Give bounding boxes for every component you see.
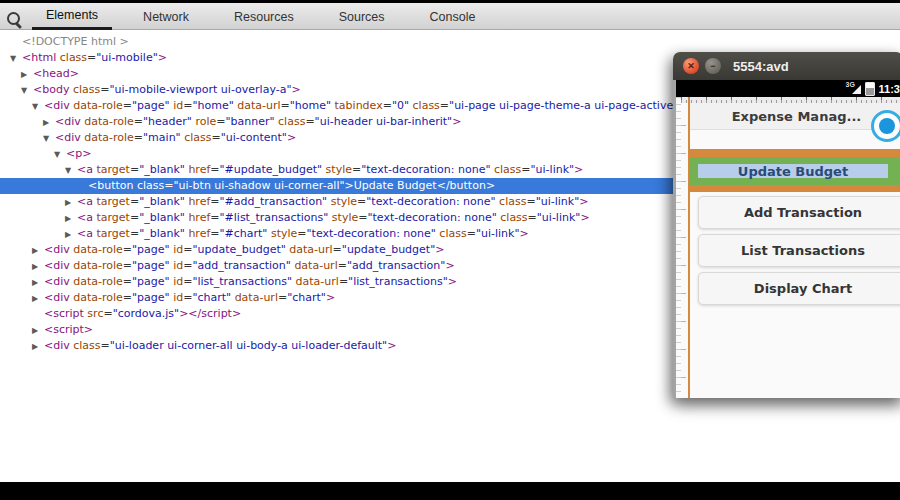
syntax-token: = (164, 179, 173, 192)
disclosure-arrow-down-icon[interactable]: ▼ (65, 163, 77, 179)
syntax-token: = (440, 99, 449, 112)
syntax-token: = (123, 259, 132, 272)
app-button-update-budget[interactable]: Update Budget (698, 157, 888, 185)
disclosure-arrow-down-icon[interactable]: ▼ (32, 99, 44, 115)
status-time: 11:3 (879, 83, 900, 95)
disclosure-arrow-down-icon[interactable]: ▼ (54, 147, 66, 163)
syntax-token: "page" (132, 259, 170, 272)
syntax-token: "home" (192, 99, 233, 112)
syntax-token: "text-decoration: none" (361, 163, 490, 176)
syntax-token: "add_transaction" (347, 259, 445, 272)
syntax-token: style (267, 227, 297, 240)
tab-elements[interactable]: Elements (32, 3, 112, 30)
devtools-toolbar: ElementsNetworkResourcesSourcesConsole (0, 3, 900, 30)
syntax-token: <div (55, 115, 81, 128)
syntax-token: > (445, 259, 454, 272)
syntax-token: ></script> (179, 307, 241, 320)
syntax-token: > (574, 163, 583, 176)
disclosure-arrow-down-icon[interactable]: ▼ (10, 51, 22, 67)
disclosure-arrow-right-icon[interactable]: ▶ (32, 275, 44, 291)
syntax-token: = (134, 131, 143, 144)
disclosure-arrow-right-icon[interactable]: ▶ (65, 227, 77, 243)
disclosure-arrow-right-icon[interactable]: ▶ (65, 195, 77, 211)
disclosure-arrow-right-icon[interactable]: ▶ (32, 339, 44, 355)
syntax-token: target (93, 211, 130, 224)
syntax-token: "_blank" (139, 195, 185, 208)
tab-resources[interactable]: Resources (220, 3, 308, 30)
syntax-token: "update_budget" (192, 243, 285, 256)
syntax-token: data-url (292, 275, 339, 288)
app-button-add-transaction[interactable]: Add Transaction (698, 196, 900, 229)
syntax-token: target (93, 195, 130, 208)
syntax-token: > (326, 291, 335, 304)
syntax-token: = (278, 291, 287, 304)
syntax-token: data-url (231, 291, 278, 304)
vertical-ruler (676, 97, 688, 398)
disclosure-arrow-right-icon[interactable]: ▶ (43, 115, 55, 131)
disclosure-arrow-right-icon[interactable]: ▶ (32, 291, 44, 307)
syntax-token: = (216, 115, 225, 128)
close-glyph: ✕ (687, 62, 695, 71)
tab-sources[interactable]: Sources (325, 3, 399, 30)
app-button-display-chart[interactable]: Display Chart (698, 272, 900, 305)
syntax-token: > (387, 339, 396, 352)
syntax-token: "ui-mobile" (96, 51, 157, 64)
syntax-token: src (84, 307, 104, 320)
syntax-token: Update Budget (354, 179, 437, 192)
minimize-icon[interactable]: − (705, 58, 721, 74)
dom-tree-row[interactable]: <!DOCTYPE html > (0, 34, 900, 50)
disclosure-arrow-right-icon[interactable]: ▶ (32, 259, 44, 275)
syntax-token: = (526, 195, 535, 208)
signal-triangle-icon (852, 85, 861, 94)
syntax-token: <div (44, 291, 70, 304)
syntax-token: "#add_transaction" (220, 195, 328, 208)
syntax-token: <script> (44, 323, 93, 336)
inspect-margin-highlight-top (690, 149, 900, 157)
syntax-token: class (56, 51, 87, 64)
syntax-token: > (435, 243, 444, 256)
syntax-token: data-role (81, 115, 134, 128)
syntax-token: id (170, 291, 184, 304)
syntax-token: "page" (132, 99, 170, 112)
syntax-token: data-role (70, 259, 123, 272)
syntax-token: "header" (143, 115, 192, 128)
emulator-titlebar[interactable]: ✕ − 5554:avd (673, 52, 900, 80)
tab-console[interactable]: Console (416, 3, 490, 30)
syntax-token: class (181, 131, 212, 144)
app-screen: Expense Manag... Update Budget Add Trans… (676, 97, 900, 398)
battery-icon (865, 82, 875, 96)
disclosure-arrow-right-icon[interactable]: ▶ (21, 67, 33, 83)
syntax-token: <div (44, 339, 70, 352)
syntax-token: = (134, 115, 143, 128)
disclosure-arrow-down-icon[interactable]: ▼ (43, 131, 55, 147)
tab-network[interactable]: Network (129, 3, 203, 30)
disclosure-arrow-right-icon[interactable]: ▶ (32, 243, 44, 259)
syntax-token: = (297, 227, 306, 240)
syntax-token: <div (44, 99, 70, 112)
syntax-token: = (130, 195, 139, 208)
disclosure-arrow-down-icon[interactable]: ▼ (21, 83, 33, 99)
syntax-token: "ui-link" (536, 195, 580, 208)
syntax-token: class (491, 163, 522, 176)
touch-indicator-dot (879, 118, 895, 134)
syntax-token: "text-decoration: none" (307, 227, 436, 240)
disclosure-arrow-right-icon[interactable]: ▶ (32, 323, 44, 339)
syntax-token: "_blank" (139, 227, 185, 240)
syntax-token: <head> (33, 67, 79, 80)
syntax-token: = (281, 99, 290, 112)
search-icon[interactable] (7, 12, 20, 25)
syntax-token: > (158, 51, 167, 64)
syntax-token: style (328, 211, 358, 224)
emulator-window: ✕ − 5554:avd 3G 11:3 Expense Manag... (673, 52, 900, 398)
app-button-list-transactions[interactable]: List Transactions (698, 234, 900, 267)
syntax-token: data-url (291, 259, 338, 272)
minimize-glyph: − (710, 62, 715, 71)
syntax-token: data-role (70, 291, 123, 304)
close-icon[interactable]: ✕ (683, 58, 699, 74)
syntax-token: class (275, 115, 306, 128)
syntax-token: = (357, 195, 366, 208)
disclosure-arrow-right-icon[interactable]: ▶ (65, 211, 77, 227)
syntax-token: > (452, 115, 461, 128)
syntax-token: = (210, 211, 219, 224)
syntax-token: "chart" (287, 291, 326, 304)
